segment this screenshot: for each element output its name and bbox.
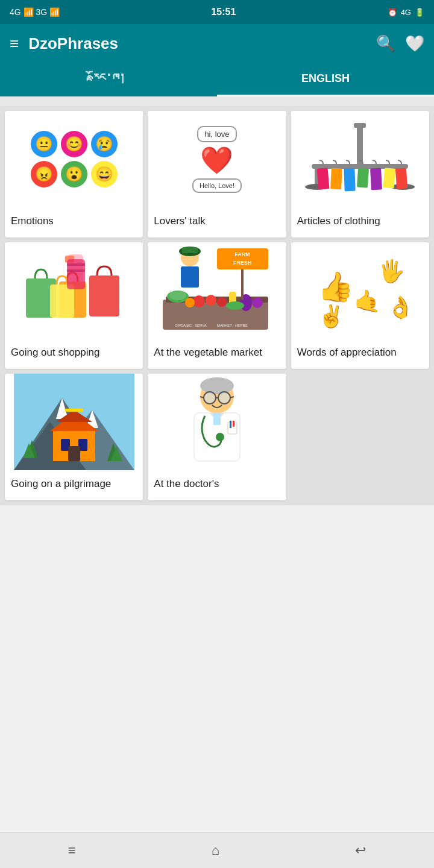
svg-rect-66 — [65, 409, 83, 412]
card-emotions-label: Emotions — [5, 207, 143, 237]
svg-point-71 — [218, 392, 230, 404]
svg-rect-7 — [317, 168, 330, 189]
signal-4g: 4G 📶 — [10, 7, 34, 17]
card-doctors-image — [148, 374, 286, 470]
card-emotions[interactable]: 😐 😊 😢 😠 😮 😄 Emotions — [5, 111, 143, 237]
speech-bubble-1: hi, love — [197, 126, 236, 142]
svg-point-70 — [204, 392, 216, 404]
app-title: DzoPhrases — [28, 34, 366, 53]
svg-point-33 — [169, 291, 186, 300]
menu-icon[interactable]: ≡ — [10, 34, 19, 53]
status-bar: 4G 📶 3G 📶 15:51 ⏰ 4G 🔋 — [0, 0, 434, 24]
tab-english[interactable]: ENGLISH — [217, 63, 434, 96]
emoji-smile: 😄 — [91, 161, 118, 187]
svg-rect-11 — [370, 168, 382, 190]
svg-text:🖐: 🖐 — [378, 258, 405, 284]
status-right: ⏰ 4G 🔋 — [388, 8, 424, 17]
card-appreciation-image: 👍 🖐 👌 ✌️ 🤙 — [291, 242, 429, 339]
speech-bubble-2: Hello, Love! — [192, 178, 242, 193]
card-lovers-talk-label: Lovers' talk — [148, 207, 286, 237]
svg-rect-42 — [241, 269, 244, 300]
tab-dzongkha[interactable]: རྫོང་ཁ། — [0, 63, 217, 96]
card-lovers-talk-image: hi, love ❤️ Hello, Love! — [148, 111, 286, 207]
category-grid: 😐 😊 😢 😠 😮 😄 Emotions hi, love ❤️ Hello, … — [0, 106, 434, 505]
card-emotions-image: 😐 😊 😢 😠 😮 😄 — [5, 111, 143, 207]
favorites-icon[interactable]: 🤍 — [405, 34, 424, 53]
svg-rect-10 — [357, 168, 369, 187]
svg-rect-12 — [383, 168, 396, 188]
svg-rect-82 — [233, 421, 234, 427]
emoji-happy: 😊 — [61, 131, 87, 157]
status-left: 4G 📶 3G 📶 — [10, 7, 60, 17]
svg-rect-18 — [89, 275, 119, 316]
card-shopping-label: Going out shopping — [5, 339, 143, 369]
pilgrimage-svg — [14, 374, 134, 470]
svg-rect-78 — [213, 413, 221, 425]
nav-home-icon[interactable]: ⌂ — [212, 843, 219, 858]
svg-point-34 — [193, 295, 205, 307]
svg-point-36 — [217, 297, 227, 307]
english-label: ENGLISH — [301, 72, 350, 85]
svg-text:ORGANIC · SERVA: ORGANIC · SERVA — [175, 324, 207, 327]
search-icon[interactable]: 🔍 — [376, 34, 395, 53]
signal-3g: 3G 📶 — [36, 7, 60, 17]
toolbar: ≡ DzoPhrases 🔍 🤍 — [0, 24, 434, 63]
svg-rect-81 — [230, 421, 231, 428]
shopping-bags-svg — [14, 242, 134, 339]
svg-text:FARM: FARM — [234, 251, 250, 257]
status-time: 15:51 — [211, 7, 236, 17]
card-pilgrimage-label: Going on a pilgrimage — [5, 470, 143, 500]
card-clothing-image — [291, 111, 429, 207]
svg-rect-19 — [50, 285, 74, 318]
svg-point-79 — [216, 433, 224, 441]
dzongkha-label: རྫོང་ཁ། — [92, 71, 125, 87]
heart-symbol: ❤️ — [200, 145, 233, 176]
card-shopping-image — [5, 242, 143, 339]
scroll-indicator — [0, 96, 434, 106]
svg-rect-22 — [67, 269, 85, 272]
alarm-icon: ⏰ — [388, 8, 397, 17]
nav-back-icon[interactable]: ↩ — [355, 843, 366, 858]
svg-point-69 — [200, 377, 234, 394]
card-doctors[interactable]: At the doctor's — [148, 374, 286, 500]
svg-rect-29 — [182, 247, 198, 253]
emoji-surprised: 😐 — [31, 131, 57, 157]
card-words-of-appreciation[interactable]: 👍 🖐 👌 ✌️ 🤙 Words of appreciation — [291, 242, 429, 369]
card-articles-of-clothing[interactable]: Articles of clothing — [291, 111, 429, 237]
nav-menu-icon[interactable]: ≡ — [68, 843, 76, 858]
svg-text:🤙: 🤙 — [354, 288, 381, 314]
doctor-svg — [157, 374, 277, 470]
svg-rect-9 — [344, 168, 356, 192]
card-doctors-label: At the doctor's — [148, 470, 286, 500]
svg-rect-1 — [357, 128, 363, 164]
svg-rect-65 — [68, 446, 80, 461]
emoji-angry: 😠 — [31, 161, 57, 187]
emoji-sad: 😢 — [91, 131, 118, 157]
emoji-confused: 😮 — [61, 161, 87, 187]
svg-text:FRESH: FRESH — [233, 260, 252, 266]
svg-rect-0 — [354, 123, 366, 128]
card-appreciation-label: Words of appreciation — [291, 339, 429, 369]
svg-rect-13 — [395, 168, 407, 189]
card-clothing-label: Articles of clothing — [291, 207, 429, 237]
svg-point-39 — [252, 297, 263, 308]
clothing-rack-svg — [300, 111, 420, 207]
card-pilgrimage[interactable]: Going on a pilgrimage — [5, 374, 143, 500]
bottom-navigation: ≡ ⌂ ↩ — [0, 832, 434, 868]
card-shopping[interactable]: Going out shopping — [5, 242, 143, 369]
svg-rect-80 — [228, 422, 237, 434]
svg-rect-8 — [330, 168, 342, 190]
svg-point-40 — [185, 298, 195, 307]
card-pilgrimage-image — [5, 374, 143, 470]
card-vegetable-market[interactable]: FARM FRESH — [148, 242, 286, 369]
card-vegmarket-label: At the vegetable market — [148, 339, 286, 369]
card-vegmarket-image: FARM FRESH — [148, 242, 286, 339]
svg-point-35 — [206, 295, 216, 306]
svg-text:✌️: ✌️ — [318, 303, 345, 329]
card-lovers-talk[interactable]: hi, love ❤️ Hello, Love! Lovers' talk — [148, 111, 286, 237]
svg-text:MARKET · HERBS: MARKET · HERBS — [217, 324, 248, 327]
vegmarket-svg: FARM FRESH — [157, 242, 277, 339]
svg-point-41 — [226, 301, 244, 310]
svg-rect-27 — [181, 266, 199, 288]
hands-svg: 👍 🖐 👌 ✌️ 🤙 — [300, 242, 420, 339]
